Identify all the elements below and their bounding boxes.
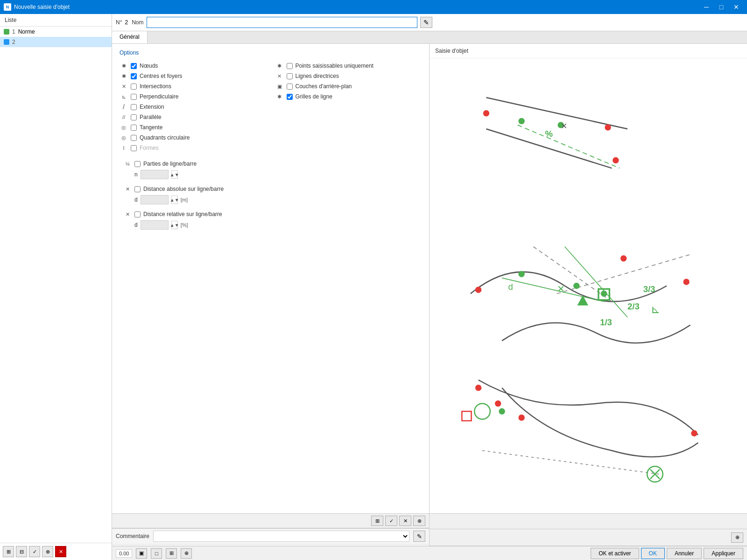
grilles-checkbox[interactable] — [287, 94, 293, 100]
quadrants-icon: ◎ — [120, 133, 128, 142]
toolbar-btn-4[interactable]: ⊕ — [413, 516, 425, 526]
svg-text:%: % — [545, 129, 553, 139]
sidebar-btn-check[interactable]: ✓ — [29, 546, 40, 557]
grilles-icon: ✱ — [275, 92, 284, 101]
middle-area: Options ✱ Nœuds ✱ — [112, 44, 747, 513]
intersections-checkbox[interactable] — [131, 84, 137, 90]
toolbar-btn-1[interactable]: ⊞ — [371, 516, 383, 526]
lignes-checkbox[interactable] — [287, 73, 293, 79]
option-formes: I Formes — [120, 143, 266, 153]
preview-title: Saisie d'objet — [430, 44, 747, 58]
ok-activate-button[interactable]: OK et activer — [591, 548, 639, 559]
svg-point-15 — [475, 287, 481, 293]
parallele-checkbox[interactable] — [131, 114, 137, 120]
comment-select[interactable] — [153, 531, 409, 542]
svg-point-16 — [620, 255, 627, 261]
options-bottom-toolbar: ⊞ ✓ ✕ ⊕ Commentaire ✎ — [112, 514, 430, 546]
dist-abs-input[interactable] — [141, 195, 169, 204]
dist-abs-spinner[interactable]: ▲▼ — [171, 196, 178, 204]
noeuds-checkbox[interactable] — [131, 63, 137, 69]
centres-icon: ✱ — [120, 72, 128, 80]
parties-checkbox[interactable] — [134, 161, 141, 167]
status-icon-4[interactable]: ⊕ — [181, 548, 192, 559]
dist-rel-label: Distance relative sur ligne/barre — [143, 211, 222, 217]
formes-checkbox[interactable] — [131, 145, 137, 151]
centres-label: Centres et foyers — [140, 73, 182, 79]
sidebar-btn-plus[interactable]: ⊕ — [42, 546, 53, 557]
points-icon: ✱ — [275, 62, 284, 70]
centres-checkbox[interactable] — [131, 73, 137, 79]
option-noeuds: ✱ Nœuds — [120, 61, 266, 71]
parties-spinner[interactable]: ▲▼ — [171, 170, 178, 179]
svg-point-33 — [691, 430, 697, 436]
close-button[interactable]: ✕ — [729, 0, 743, 14]
dist-rel-input[interactable] — [141, 220, 169, 230]
options-right-col: ✱ Points saisissables uniquement ✕ Ligne… — [275, 61, 422, 153]
noeuds-label: Nœuds — [140, 63, 158, 69]
nom-field-group: Nom ✎ — [132, 17, 743, 28]
svg-point-6 — [613, 157, 619, 163]
svg-text:2/3: 2/3 — [627, 301, 640, 311]
preview-footer-btn[interactable]: ⊕ — [731, 532, 743, 543]
options-panel: Options ✱ Nœuds ✱ — [112, 44, 430, 513]
toolbar-btn-2[interactable]: ✓ — [385, 516, 397, 526]
couches-checkbox[interactable] — [287, 84, 293, 90]
sidebar-item-2[interactable]: 2 — [0, 37, 112, 47]
dist-rel-spinner[interactable]: ▲▼ — [171, 221, 178, 229]
points-checkbox[interactable] — [287, 63, 293, 69]
status-left: 0.00 ▣ □ ⊞ ⊕ — [116, 548, 192, 559]
edit-icon: ✎ — [423, 19, 429, 26]
nom-input[interactable] — [147, 17, 417, 28]
dist-abs-label: Distance absolue sur ligne/barre — [143, 186, 224, 192]
status-icon-2[interactable]: □ — [151, 548, 162, 559]
dist-rel-checkbox[interactable] — [134, 211, 141, 217]
sidebar-btn-delete[interactable]: ✕ — [55, 546, 66, 557]
comment-area: Commentaire ✎ — [112, 528, 429, 544]
dist-abs-checkbox[interactable] — [134, 186, 141, 192]
option-extension: / Extension — [120, 102, 266, 112]
sidebar-btn-add[interactable]: ⊞ — [3, 546, 14, 557]
preview-canvas: % ✕ — [430, 58, 747, 513]
ok-button[interactable]: OK — [641, 548, 665, 559]
svg-text:3/3: 3/3 — [643, 284, 655, 294]
num-value: 2 — [125, 19, 128, 26]
maximize-button[interactable]: □ — [714, 0, 728, 14]
svg-point-5 — [605, 124, 611, 130]
tab-general[interactable]: Général — [112, 31, 148, 43]
parties-n-input[interactable] — [141, 170, 169, 179]
quadrants-checkbox[interactable] — [131, 135, 137, 141]
status-bar: 0.00 ▣ □ ⊞ ⊕ OK et activer OK Annuler Ap… — [112, 546, 747, 560]
tangente-icon: ◎ — [120, 123, 128, 132]
option-couches: ▣ Couches d'arrière-plan — [275, 81, 422, 91]
svg-point-17 — [683, 279, 689, 285]
comment-edit-button[interactable]: ✎ — [413, 531, 425, 542]
option-tangente: ◎ Tangente — [120, 122, 266, 133]
toolbar-btn-3[interactable]: ✕ — [399, 516, 411, 526]
perpendiculaire-label: Perpendiculaire — [140, 93, 178, 100]
svg-point-32 — [518, 414, 524, 420]
status-coord: 0.00 — [116, 549, 132, 558]
parallele-label: Parallèle — [140, 114, 162, 120]
dist-rel-unit: [%] — [181, 222, 188, 228]
nom-edit-button[interactable]: ✎ — [420, 17, 432, 28]
perpendiculaire-checkbox[interactable] — [131, 94, 137, 100]
status-icon-1[interactable]: ▣ — [136, 548, 147, 559]
appliquer-button[interactable]: Appliquer — [704, 548, 743, 559]
status-icon-3[interactable]: ⊞ — [166, 548, 177, 559]
color-dot-2 — [4, 39, 9, 45]
sidebar-btn-copy[interactable]: ⊟ — [16, 546, 27, 557]
option-quadrants: ◎ Quadrants circulaire — [120, 133, 266, 143]
nom-label: Nom — [132, 19, 143, 26]
minimize-button[interactable]: ─ — [699, 0, 713, 14]
tangente-checkbox[interactable] — [131, 125, 137, 131]
sidebar: Liste 1 Norme 2 ⊞ ⊟ ✓ ⊕ ✕ — [0, 14, 112, 560]
app-icon: N — [4, 3, 11, 11]
lignes-label: Lignes directrices — [296, 73, 339, 79]
annuler-button[interactable]: Annuler — [667, 548, 702, 559]
parties-icon: ¼ — [123, 160, 132, 168]
dist-abs-unit: [m] — [181, 197, 188, 203]
preview-panel: Saisie d'objet — [430, 44, 747, 513]
extension-checkbox[interactable] — [131, 104, 137, 110]
sidebar-item-1[interactable]: 1 Norme — [0, 27, 112, 37]
svg-point-19 — [573, 283, 579, 289]
